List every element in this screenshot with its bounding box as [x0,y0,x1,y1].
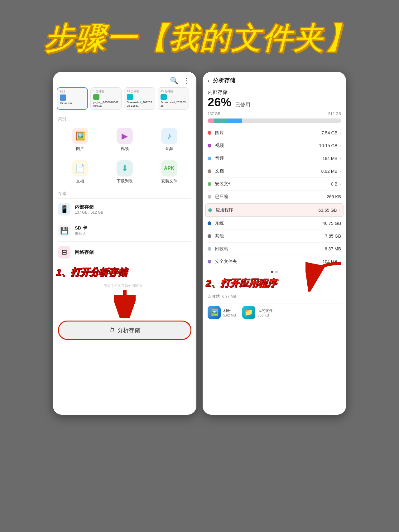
categories-grid: 🖼️ 图片 ▶ 视频 ♪ 音频 📄 文档 ⬇ 下载列表 APK 安装文件 [53,123,196,188]
item-name-video: 视频 [215,143,319,148]
file-name-3: Screenshot_20220325 [161,101,186,108]
chevron-secure: › [339,259,341,264]
sd-name: SD 卡 [75,225,87,231]
gallery-icon: 🖼️ [208,306,221,319]
category-audio[interactable]: ♪ 音频 [147,123,191,156]
dot-audio [208,157,211,160]
file-icon-2 [127,94,133,100]
storage-item-apk[interactable]: 安装文件 0 B › [208,178,341,191]
storage-item-compressed[interactable]: 已压缩 269 KB [208,191,341,203]
storage-usage-row: 26% 已使用 [208,96,341,109]
dot-docs [208,169,211,173]
rp-page-title: 分析存储 [213,77,235,84]
analyze-icon: ⏱ [109,327,115,334]
storage-internal[interactable]: 📱 内部存储 137 GB / 512 GB [58,198,191,220]
storage-item-docs[interactable]: 文档 8.92 MB › [208,165,341,178]
analyze-storage-button[interactable]: ⏱ 分析存储 [58,321,191,340]
category-apk-label: 安装文件 [161,178,177,184]
photos-icon: 🖼️ [72,128,88,144]
item-name-compressed: 已压缩 [215,194,327,200]
storage-item-video[interactable]: 视频 10.15 GB › [208,139,341,152]
docs-icon: 📄 [72,160,88,177]
file-name-1: jni_log_1638098062066.txt [93,101,119,108]
app-gallery[interactable]: 🖼️ 相册 5.62 MB [208,306,236,319]
app-myfiles[interactable]: 📁 我的文件 756 KB [242,306,273,319]
item-name-audio: 音频 [215,156,322,161]
audio-icon: ♪ [161,128,177,144]
item-size-photos: 7.54 GB [321,130,337,135]
more-icon[interactable]: ⋮ [183,77,190,85]
category-label: 类别 [53,114,196,123]
category-downloads[interactable]: ⬇ 下载列表 [103,156,147,188]
myfiles-name: 我的文件 [258,308,273,313]
category-downloads-label: 下载列表 [117,178,133,184]
dot-compressed [208,195,211,199]
storage-item-system[interactable]: 系统 46.75 GB [208,217,341,230]
chevron-apps: › [339,207,340,213]
item-size-docs: 8.92 MB [321,169,338,174]
network-icon: ⊟ [58,246,70,259]
dot-system [208,221,211,225]
left-phone: 🔍 ⋮ 刚才 Midas.xml 1 分钟前 jni_log_163809806… [53,72,196,415]
usage-label: 已使用 [235,102,250,107]
video-icon: ▶ [117,128,133,144]
storage-item-trash[interactable]: 回收站 6.37 MB [208,243,341,255]
myfiles-size: 756 KB [258,313,273,317]
category-audio-label: 音频 [165,146,173,152]
item-name-apps: 应用程序 [216,207,319,213]
item-name-other: 其他 [215,233,325,239]
lp-topbar: 🔍 ⋮ [53,72,196,87]
file-time-2: 19 分钟前 [127,89,152,94]
storage-list: 图片 7.54 GB › 视频 10.15 GB › 音频 184 MB › 文… [203,127,346,268]
annotation-2: 2、打开应用程序 [203,276,346,291]
file-name-2: Screenshot_20220325-1158... [127,101,152,108]
category-photos-label: 图片 [76,146,84,152]
storage-section: 📱 内部存储 137 GB / 512 GB 💾 SD 卡 未插入 ⊟ 网络存储 [53,198,196,263]
chevron-audio: › [339,156,341,161]
search-icon[interactable]: 🔍 [170,77,178,85]
sd-info: SD 卡 未插入 [75,225,87,236]
storage-item-other[interactable]: 其他 7.85 GB [208,230,341,243]
storage-network[interactable]: ⊟ 网络存储 [58,241,191,263]
storage-item-photos[interactable]: 图片 7.54 GB › [208,127,341,139]
category-docs[interactable]: 📄 文档 [58,156,103,188]
file-thumb-1[interactable]: 1 分钟前 jni_log_1638098062066.txt [90,87,122,110]
storage-sizes: 137 GB 512 GB [203,110,346,117]
page-header: 步骤一【我的文件夹】 [0,0,399,72]
storage-item-audio[interactable]: 音频 184 MB › [208,152,341,165]
bottom-hint: 查看手机的存储使用情况。 [58,282,191,290]
rp-storage-header: 内部存储 26% 已使用 [203,87,346,110]
category-docs-label: 文档 [76,178,84,184]
file-thumb-0[interactable]: 刚才 Midas.xml [57,87,88,110]
rp-bottom-section: 回收站 6.37 MB 🖼️ 相册 5.62 MB 📁 我的文件 756 KB [203,291,346,322]
item-name-secure: 安全文件夹 [215,259,322,264]
category-apk[interactable]: APK 安装文件 [147,156,191,188]
size-total: 512 GB [328,112,341,116]
internal-storage-info: 内部存储 137 GB / 512 GB [75,204,103,215]
storage-item-secure[interactable]: 安全文件夹 104 MB › [208,255,341,268]
downloads-icon: ⬇ [117,160,133,177]
category-video[interactable]: ▶ 视频 [103,123,147,156]
file-icon-0 [60,94,66,101]
dot-other [208,234,211,238]
storage-sd[interactable]: 💾 SD 卡 未插入 [58,220,191,241]
item-size-trash: 6.37 MB [325,246,341,251]
file-time-1: 1 分钟前 [93,89,119,94]
category-photos[interactable]: 🖼️ 图片 [58,123,103,156]
item-name-apk: 安装文件 [215,181,331,187]
file-thumb-3[interactable]: 43 分钟前 Screenshot_20220325 [158,87,189,110]
myfiles-icon: 📁 [242,306,255,319]
item-name-photos: 图片 [215,130,321,136]
file-thumb-2[interactable]: 19 分钟前 Screenshot_20220325-1158... [124,87,155,110]
phones-container: 🔍 ⋮ 刚才 Midas.xml 1 分钟前 jni_log_163809806… [0,72,399,415]
storage-item-apps[interactable]: 应用程序 63.55 GB › [205,203,344,217]
back-button[interactable]: ‹ [208,77,210,84]
bar-photos [208,118,214,123]
usage-pct: 26% [208,96,231,109]
right-phone: ‹ 分析存储 内部存储 26% 已使用 137 GB 512 GB 图片 [203,72,346,415]
sd-icon: 💾 [58,225,70,237]
sd-detail: 未插入 [75,231,87,236]
chevron-docs: › [339,168,341,174]
file-time-0: 刚才 [60,90,85,94]
gallery-info: 相册 5.62 MB [223,308,236,317]
